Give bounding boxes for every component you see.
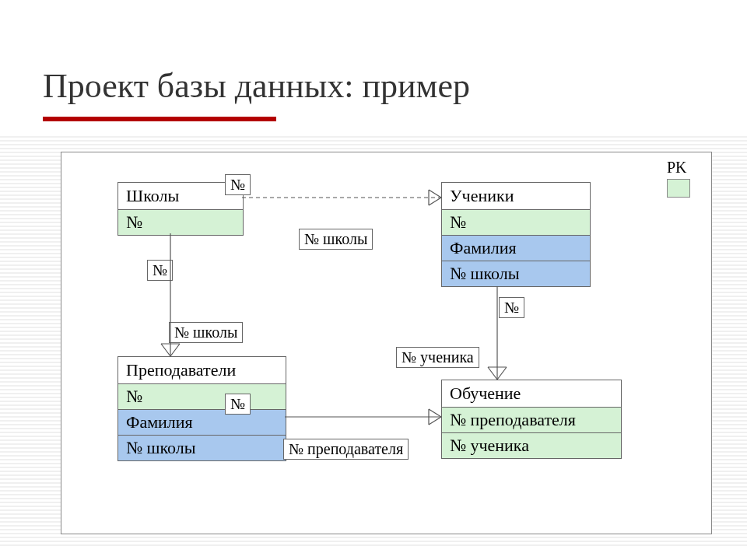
legend-pk-swatch xyxy=(667,179,690,198)
table-teachers: Преподаватели № Фамилия № школы xyxy=(117,356,286,461)
table-enrollment: Обучение № преподавателя № ученика xyxy=(441,380,622,459)
field-surname: Фамилия xyxy=(442,236,590,261)
field-school-no: № школы xyxy=(442,261,590,286)
field-no: № xyxy=(442,210,590,236)
page-title: Проект базы данных: пример xyxy=(43,66,470,106)
diagram-canvas: PK Школы № Ученики № Фамилия № школы Пре… xyxy=(61,152,712,534)
field-no: № xyxy=(118,210,243,235)
table-title: Преподаватели xyxy=(118,357,286,384)
field-no: № xyxy=(118,384,286,410)
table-students: Ученики № Фамилия № школы xyxy=(441,182,591,287)
rel-label: № xyxy=(225,174,251,195)
table-title: Школы xyxy=(118,183,243,210)
legend-pk-label: PK xyxy=(667,159,687,177)
rel-label: № xyxy=(499,297,524,318)
table-title: Ученики xyxy=(442,183,590,210)
field-surname: Фамилия xyxy=(118,410,286,436)
rel-label: № ученика xyxy=(396,347,479,368)
rel-label: № преподавателя xyxy=(283,439,409,460)
rel-label: № xyxy=(147,260,173,281)
rel-label: № xyxy=(225,394,251,415)
rel-label: № школы xyxy=(299,229,373,250)
field-school-no: № школы xyxy=(118,436,286,460)
table-title: Обучение xyxy=(442,380,621,408)
field-student-no: № ученика xyxy=(442,433,621,458)
field-teacher-no: № преподавателя xyxy=(442,408,621,433)
rel-label: № школы xyxy=(169,322,243,343)
title-underline xyxy=(43,117,276,121)
